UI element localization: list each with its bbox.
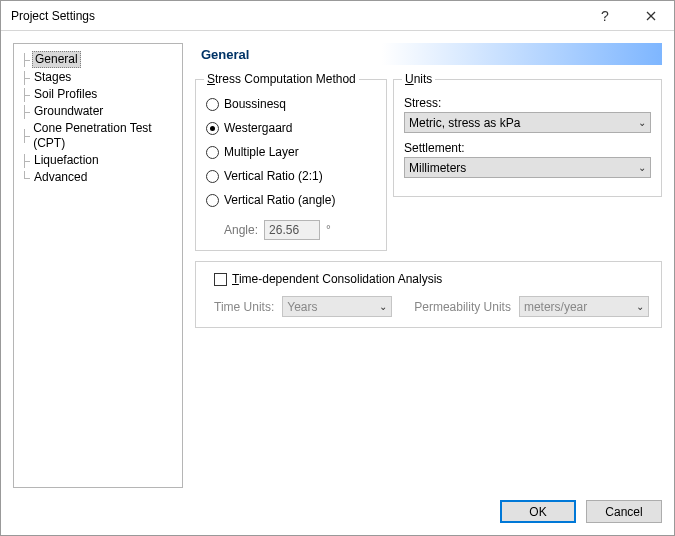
chevron-down-icon: ⌄ [379,301,387,312]
nav-item-label: Advanced [32,170,87,185]
combo-value: Metric, stress as kPa [409,116,520,130]
cancel-button[interactable]: Cancel [586,500,662,523]
tree-connector-icon [18,53,32,67]
nav-item-soil-profiles[interactable]: Soil Profiles [18,86,178,103]
time-units-label: Time Units: [214,300,274,314]
help-button[interactable]: ? [582,1,628,31]
nav-item-groundwater[interactable]: Groundwater [18,103,178,120]
nav-item-stages[interactable]: Stages [18,69,178,86]
radio-label: Multiple Layer [224,145,299,159]
radio-icon [206,194,219,207]
radio-vertical-ratio-angle[interactable]: Vertical Ratio (angle) [206,190,376,210]
radio-label: Vertical Ratio (angle) [224,193,335,207]
nav-item-label: Groundwater [32,104,103,119]
tree-connector-icon [18,171,32,185]
stress-label: Stress: [404,96,651,110]
units-group: Units Stress: Metric, stress as kPa ⌄ Se… [393,79,662,197]
tree-connector-icon [18,105,32,119]
angle-row: Angle: 26.56 ° [224,220,376,240]
nav-item-advanced[interactable]: Advanced [18,169,178,186]
checkbox-label: Time-dependent Consolidation Analysis [232,272,442,286]
stress-units-combo[interactable]: Metric, stress as kPa ⌄ [404,112,651,133]
stress-method-legend: Stress Computation Method [204,72,359,86]
nav-item-label: General [32,51,81,68]
consolidation-group: Time-dependent Consolidation Analysis Ti… [195,261,662,328]
permeability-units-label: Permeability Units [414,300,511,314]
combo-value: Years [287,300,317,314]
nav-item-liquefaction[interactable]: Liquefaction [18,152,178,169]
tree-connector-icon [18,154,32,168]
ok-button[interactable]: OK [500,500,576,523]
radio-icon [206,170,219,183]
tree-connector-icon [18,88,32,102]
angle-label: Angle: [224,223,258,237]
radio-label: Westergaard [224,121,292,135]
radio-icon [206,98,219,111]
angle-input: 26.56 [264,220,320,240]
permeability-units-combo: meters/year ⌄ [519,296,649,317]
window-title: Project Settings [11,9,582,23]
time-dependent-checkbox[interactable]: Time-dependent Consolidation Analysis [214,272,651,286]
page-header: General [195,43,662,65]
close-icon [646,11,656,21]
radio-label: Boussinesq [224,97,286,111]
combo-value: Millimeters [409,161,466,175]
time-units-combo: Years ⌄ [282,296,392,317]
radio-boussinesq[interactable]: Boussinesq [206,94,376,114]
chevron-down-icon: ⌄ [636,301,644,312]
nav-item-cpt[interactable]: Cone Penetration Test (CPT) [18,120,178,152]
settlement-label: Settlement: [404,141,651,155]
chevron-down-icon: ⌄ [638,162,646,173]
settlement-units-combo[interactable]: Millimeters ⌄ [404,157,651,178]
radio-label: Vertical Ratio (2:1) [224,169,323,183]
checkbox-icon [214,273,227,286]
chevron-down-icon: ⌄ [638,117,646,128]
radio-icon [206,122,219,135]
nav-item-label: Cone Penetration Test (CPT) [31,121,178,151]
stress-method-group: Stress Computation Method Boussinesq Wes… [195,79,387,251]
nav-item-general[interactable]: General [18,50,178,69]
titlebar: Project Settings ? [1,1,674,31]
radio-vertical-ratio-21[interactable]: Vertical Ratio (2:1) [206,166,376,186]
nav-item-label: Stages [32,70,71,85]
units-legend: Units [402,72,435,86]
nav-item-label: Soil Profiles [32,87,97,102]
close-button[interactable] [628,1,674,31]
radio-multiple-layer[interactable]: Multiple Layer [206,142,376,162]
radio-icon [206,146,219,159]
project-settings-dialog: Project Settings ? General Stages Soil P… [0,0,675,536]
combo-value: meters/year [524,300,587,314]
page-title: General [201,47,249,62]
radio-westergaard[interactable]: Westergaard [206,118,376,138]
category-tree: General Stages Soil Profiles Groundwater… [13,43,183,488]
angle-unit: ° [326,223,331,237]
tree-connector-icon [18,129,31,143]
nav-item-label: Liquefaction [32,153,99,168]
tree-connector-icon [18,71,32,85]
content-area: General Stress Computation Method Boussi… [195,43,662,488]
